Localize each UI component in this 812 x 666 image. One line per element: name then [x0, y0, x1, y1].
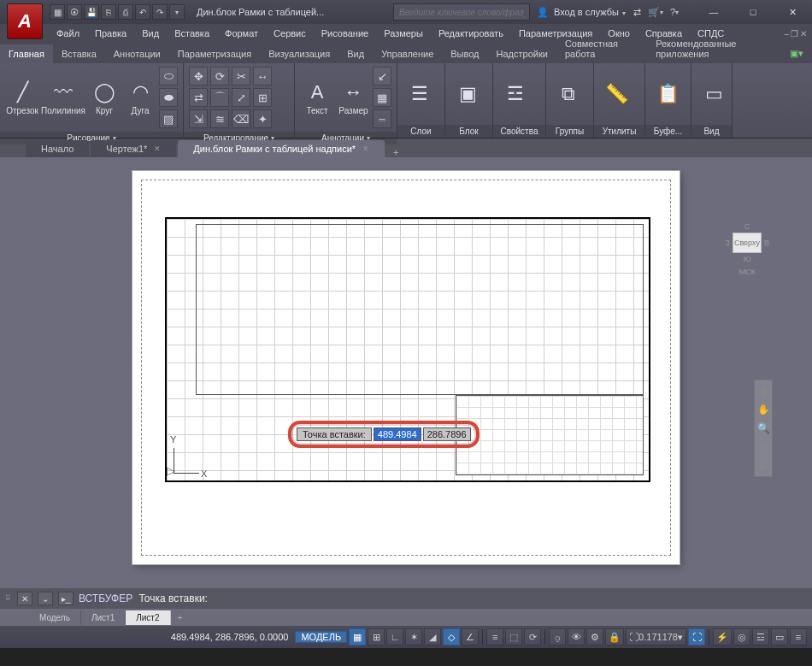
drawing-viewport[interactable]: X Y ▷ Точка вставки: 489.4984 286.7896 С… — [0, 157, 812, 588]
status-customize-icon[interactable]: ≡ — [790, 628, 807, 645]
nav-wheel-icon[interactable]: ◉ — [756, 384, 770, 398]
scale-icon[interactable]: ⤢ — [232, 88, 250, 107]
qat-undo-icon[interactable]: ↶ — [135, 4, 150, 20]
ribbon-tab-featured[interactable]: Рекомендованные приложения — [647, 34, 781, 63]
status-osnap-icon[interactable]: ◇ — [443, 628, 460, 645]
window-maximize-button[interactable]: □ — [733, 0, 773, 24]
add-layout-button[interactable]: + — [171, 610, 190, 625]
status-isodraft-icon[interactable]: ◢ — [424, 628, 441, 645]
cmdline-recent-icon[interactable]: ⌄ — [38, 592, 53, 605]
explode-icon[interactable]: ✦ — [253, 109, 272, 128]
layout-tab-model[interactable]: Модель — [29, 610, 81, 625]
orbit-icon[interactable]: ⟲ — [756, 440, 770, 454]
user-icon[interactable]: 👤 — [535, 4, 550, 20]
app-menu-button[interactable]: A — [7, 3, 43, 39]
status-otrack-icon[interactable]: ∠ — [462, 628, 479, 645]
qat-more-icon[interactable] — [169, 4, 185, 20]
ribbon-tab-collab[interactable]: Совместная работа — [556, 34, 647, 63]
status-annovisibility-icon[interactable]: 👁 — [568, 628, 585, 645]
command-line[interactable]: ⠿ ✕ ⌄ ▸_ ВСТБУФЕР Точка вставки: — [0, 588, 812, 609]
qat-save-icon[interactable]: 💾 — [84, 4, 99, 20]
text-button[interactable]: AТекст — [300, 79, 334, 117]
status-grid-icon[interactable]: ▦ — [349, 628, 366, 645]
menu-format[interactable]: Формат — [218, 26, 265, 41]
status-viewport-max-icon[interactable]: ⛶ — [688, 628, 705, 645]
app-store-icon[interactable]: 🛒 — [648, 4, 663, 20]
dyn-input-y[interactable]: 286.7896 — [423, 427, 471, 441]
menu-modify[interactable]: Редактировать — [432, 26, 510, 41]
status-scale-value[interactable]: ⛶ 0.171178 ▾ — [626, 628, 686, 645]
status-quickprops-icon[interactable]: ☲ — [752, 628, 769, 645]
move-icon[interactable]: ✥ — [189, 67, 208, 85]
zoom-icon[interactable]: 🔍 — [756, 421, 770, 435]
dimension-button[interactable]: ↔Размер — [336, 79, 371, 117]
exchange-icon[interactable]: ⇄ — [629, 4, 644, 20]
dyn-input-x[interactable]: 489.4984 — [374, 427, 421, 441]
close-icon[interactable]: ✕ — [154, 144, 161, 153]
ribbon-tab-output[interactable]: Вывод — [442, 44, 487, 63]
draw-tiny-3[interactable]: ▨ — [159, 109, 178, 128]
ribbon-tab-view[interactable]: Вид — [338, 44, 373, 63]
status-coordinates[interactable]: 489.4984, 286.7896, 0.0000 — [171, 632, 289, 642]
polyline-button[interactable]: 〰Полилиния — [41, 79, 85, 117]
status-annoscale-icon[interactable]: ⍶ — [549, 628, 566, 645]
draw-tiny-2[interactable]: ⬬ — [159, 88, 178, 107]
line-button[interactable]: ╱Отрезок — [5, 79, 39, 117]
qat-new-icon[interactable]: ▦ — [50, 4, 65, 20]
trim-icon[interactable]: ✂ — [232, 67, 250, 85]
status-lwt-icon[interactable]: ≡ — [486, 628, 503, 645]
groups-button[interactable]: ⧉ — [551, 80, 585, 108]
arc-button[interactable]: ◠Дуга — [123, 79, 157, 117]
layout-tab-sheet2[interactable]: Лист2 — [126, 610, 170, 625]
view-cube-face[interactable]: Сверху — [733, 233, 762, 253]
signin-dropdown-icon[interactable] — [622, 7, 626, 17]
doc-close-icon[interactable]: ✕ — [800, 29, 807, 38]
doc-tab-dynblock[interactable]: Дин.блок Рамки с таблицей надписи*✕ — [178, 140, 385, 157]
doc-minimize-icon[interactable]: – — [784, 29, 789, 38]
ribbon-tab-addins[interactable]: Надстройки — [488, 44, 556, 63]
qat-saveas-icon[interactable]: ⎘ — [101, 4, 116, 20]
status-annoauto-icon[interactable]: ⚙ — [586, 628, 603, 645]
array-icon[interactable]: ⊞ — [253, 88, 272, 107]
status-model-button[interactable]: МОДЕЛЬ — [295, 631, 347, 643]
status-cleanscreen-icon[interactable]: ▭ — [771, 628, 788, 645]
status-transparency-icon[interactable]: ⬚ — [505, 628, 522, 645]
ribbon-tab-manage[interactable]: Управление — [373, 44, 442, 63]
window-close-button[interactable]: ✕ — [773, 0, 812, 24]
status-cycling-icon[interactable]: ⟳ — [524, 628, 541, 645]
clipboard-button[interactable]: 📋 — [650, 80, 685, 108]
circle-button[interactable]: ◯Круг — [87, 79, 121, 117]
menu-draw[interactable]: Рисование — [315, 26, 375, 41]
ribbon-tab-home[interactable]: Главная — [0, 44, 53, 63]
signin-link[interactable]: Вход в службы — [554, 7, 619, 17]
showmotion-icon[interactable]: ▸ — [756, 459, 770, 473]
utilities-button[interactable]: 📏 — [599, 80, 633, 108]
status-polar-icon[interactable]: ✶ — [405, 628, 422, 645]
doc-tab-drawing1[interactable]: Чертеж1*✕ — [91, 140, 176, 157]
fillet-icon[interactable]: ⌒ — [210, 88, 229, 107]
ribbon-tab-visualize[interactable]: Визуализация — [260, 44, 338, 63]
menu-tools[interactable]: Сервис — [267, 26, 313, 41]
window-minimize-button[interactable]: — — [694, 0, 733, 24]
layers-button[interactable]: ☰ — [403, 80, 437, 108]
table-icon[interactable]: ▦ — [373, 88, 391, 107]
menu-dimension[interactable]: Размеры — [377, 26, 430, 41]
cmdline-grip-icon[interactable]: ⠿ — [5, 594, 12, 603]
offset-icon[interactable]: ≋ — [210, 109, 229, 128]
qat-redo-icon[interactable]: ↷ — [152, 4, 168, 20]
rotate-icon[interactable]: ⟳ — [210, 67, 229, 85]
block-button[interactable]: ▣ — [450, 80, 485, 108]
menu-edit[interactable]: Правка — [88, 26, 133, 41]
qat-open-icon[interactable]: ⦿ — [67, 4, 82, 20]
mirror-icon[interactable]: ⇄ — [189, 88, 208, 107]
extend-icon[interactable]: ↔ — [253, 67, 272, 85]
close-icon[interactable]: ✕ — [362, 144, 369, 153]
view-cube[interactable]: С З Сверху В Ю МСК — [726, 222, 769, 276]
view-button[interactable]: ▭ — [697, 80, 731, 108]
cmdline-close-icon[interactable]: ✕ — [17, 592, 32, 605]
ucs-label[interactable]: МСК — [739, 268, 756, 276]
qat-plot-icon[interactable]: ⎙ — [118, 4, 133, 20]
draw-tiny-1[interactable]: ⬭ — [159, 67, 178, 85]
doc-restore-icon[interactable]: ❐ — [791, 29, 798, 38]
status-lock-icon[interactable]: 🔒 — [605, 628, 624, 645]
